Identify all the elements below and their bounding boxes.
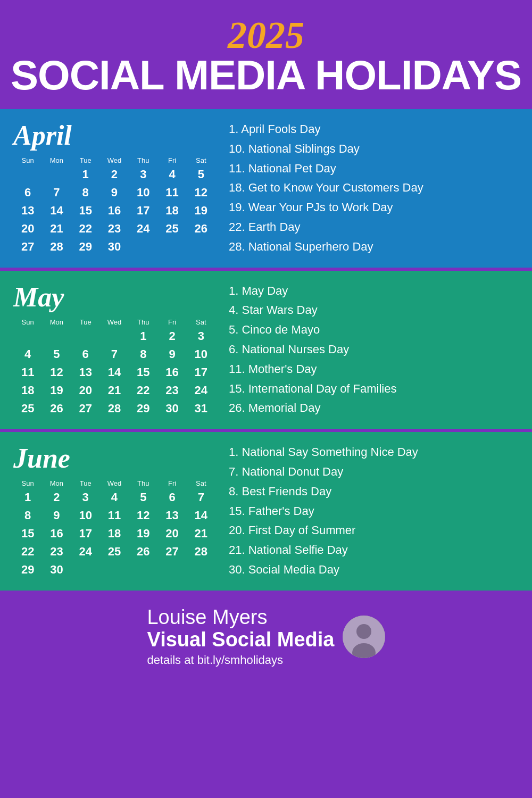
cal-day: 18 bbox=[157, 202, 186, 220]
cal-day: 31 bbox=[187, 400, 215, 418]
cal-day: 14 bbox=[100, 363, 129, 381]
cal-day: 15 bbox=[129, 363, 157, 381]
cal-day: 20 bbox=[13, 220, 42, 238]
holiday-item: 21. National Selfie Day bbox=[229, 541, 521, 560]
cal-header-tue: Tue bbox=[71, 317, 100, 327]
holiday-item: 8. Best Friends Day bbox=[229, 482, 521, 502]
cal-day: 17 bbox=[187, 363, 215, 381]
holiday-item: 1. April Fools Day bbox=[229, 120, 521, 139]
cal-day: 9 bbox=[42, 506, 71, 525]
holiday-item: 11. Mother's Day bbox=[229, 360, 521, 379]
cal-day: 4 bbox=[100, 488, 129, 506]
month-name-may: May bbox=[13, 281, 215, 313]
cal-day: 16 bbox=[100, 202, 129, 220]
cal-day: 24 bbox=[187, 381, 215, 400]
cal-empty bbox=[71, 327, 100, 345]
holiday-item: 15. Father's Day bbox=[229, 502, 521, 521]
cal-day: 20 bbox=[157, 525, 186, 543]
cal-empty bbox=[13, 327, 42, 345]
holiday-item: 19. Wear Your PJs to Work Day bbox=[229, 198, 521, 218]
month-name-june: June bbox=[13, 443, 215, 474]
cal-header-wed: Wed bbox=[100, 317, 129, 327]
holiday-item: 1. National Say Something Nice Day bbox=[229, 443, 521, 462]
cal-day: 3 bbox=[71, 488, 100, 506]
footer-subtitle: Visual Social Media bbox=[147, 629, 334, 651]
svg-point-1 bbox=[356, 624, 371, 639]
cal-day: 3 bbox=[187, 327, 215, 345]
cal-empty bbox=[157, 238, 186, 256]
cal-day: 20 bbox=[71, 381, 100, 400]
cal-day: 17 bbox=[71, 525, 100, 543]
cal-day: 27 bbox=[157, 543, 186, 561]
cal-empty bbox=[187, 238, 215, 256]
cal-day: 28 bbox=[42, 238, 71, 256]
holidays-june: 1. National Say Something Nice Day7. Nat… bbox=[223, 432, 532, 591]
cal-empty bbox=[157, 561, 186, 579]
footer-url: details at bit.ly/smholidays bbox=[147, 653, 334, 667]
holiday-item: 30. Social Media Day bbox=[229, 560, 521, 580]
cal-header-sun: Sun bbox=[13, 317, 42, 327]
cal-day: 10 bbox=[187, 345, 215, 363]
cal-day: 7 bbox=[187, 488, 215, 506]
cal-day: 22 bbox=[129, 381, 157, 400]
cal-day: 29 bbox=[129, 400, 157, 418]
cal-day: 16 bbox=[42, 525, 71, 543]
avatar bbox=[343, 616, 385, 658]
cal-empty bbox=[13, 165, 42, 184]
holiday-item: 7. National Donut Day bbox=[229, 462, 521, 482]
cal-day: 6 bbox=[157, 488, 186, 506]
holiday-item: 20. First Day of Summer bbox=[229, 521, 521, 541]
cal-day: 28 bbox=[100, 400, 129, 418]
cal-day: 4 bbox=[157, 165, 186, 184]
cal-day: 26 bbox=[42, 400, 71, 418]
cal-day: 13 bbox=[13, 202, 42, 220]
cal-day: 1 bbox=[129, 327, 157, 345]
month-name-april: April bbox=[13, 120, 215, 151]
holiday-item: 26. Memorial Day bbox=[229, 398, 521, 418]
cal-day: 4 bbox=[13, 345, 42, 363]
cal-day: 28 bbox=[187, 543, 215, 561]
footer: Louise Myers Visual Social Media details… bbox=[0, 591, 532, 684]
cal-header-sat: Sat bbox=[187, 155, 215, 165]
cal-day: 27 bbox=[13, 238, 42, 256]
cal-day: 1 bbox=[13, 488, 42, 506]
cal-day: 15 bbox=[71, 202, 100, 220]
holidays-may: 1. May Day4. Star Wars Day5. Cinco de Ma… bbox=[223, 271, 532, 429]
cal-day: 7 bbox=[42, 184, 71, 202]
cal-day: 11 bbox=[13, 363, 42, 381]
cal-day: 29 bbox=[71, 238, 100, 256]
holiday-item: 6. National Nurses Day bbox=[229, 340, 521, 360]
cal-empty bbox=[100, 327, 129, 345]
cal-header-thu: Thu bbox=[129, 478, 157, 488]
cal-day: 13 bbox=[71, 363, 100, 381]
cal-header-mon: Mon bbox=[42, 478, 71, 488]
cal-day: 26 bbox=[129, 543, 157, 561]
cal-day: 24 bbox=[129, 220, 157, 238]
cal-day: 21 bbox=[187, 525, 215, 543]
footer-name: Louise Myers bbox=[147, 606, 334, 629]
holiday-item: 10. National Siblings Day bbox=[229, 139, 521, 159]
main-title: Social Media Holidays bbox=[11, 54, 521, 96]
cal-day: 17 bbox=[129, 202, 157, 220]
holiday-item: 15. International Day of Families bbox=[229, 379, 521, 399]
cal-empty bbox=[100, 561, 129, 579]
cal-day: 25 bbox=[100, 543, 129, 561]
cal-header-fri: Fri bbox=[157, 155, 186, 165]
cal-day: 12 bbox=[187, 184, 215, 202]
holiday-item: 11. National Pet Day bbox=[229, 159, 521, 179]
cal-day: 5 bbox=[42, 345, 71, 363]
cal-day: 30 bbox=[100, 238, 129, 256]
cal-day: 11 bbox=[157, 184, 186, 202]
cal-day: 2 bbox=[42, 488, 71, 506]
header: 2025 Social Media Holidays bbox=[0, 0, 532, 109]
cal-empty bbox=[129, 238, 157, 256]
cal-day: 14 bbox=[187, 506, 215, 525]
cal-day: 13 bbox=[157, 506, 186, 525]
cal-day: 2 bbox=[100, 165, 129, 184]
cal-day: 5 bbox=[187, 165, 215, 184]
cal-day: 21 bbox=[100, 381, 129, 400]
cal-day: 1 bbox=[71, 165, 100, 184]
holiday-item: 4. Star Wars Day bbox=[229, 301, 521, 320]
cal-day: 3 bbox=[129, 165, 157, 184]
cal-day: 5 bbox=[129, 488, 157, 506]
